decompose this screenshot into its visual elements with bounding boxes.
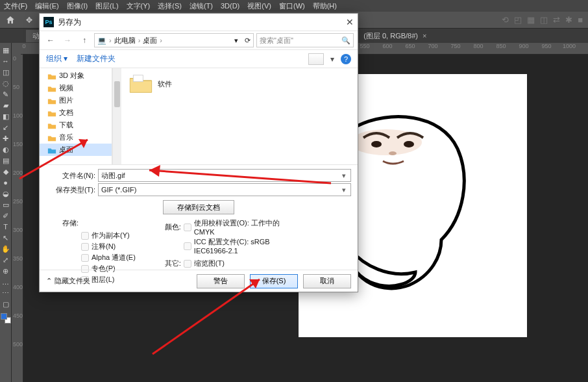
tree-item-5[interactable]: 音乐 [40,131,112,144]
cancel-button[interactable]: 取消 [303,274,351,288]
tree-item-1[interactable]: 视频 [40,82,112,94]
storage-check-2[interactable] [81,254,89,262]
filename-input[interactable]: 动图.gif ▾ [98,169,351,182]
save-to-cloud-button[interactable]: 存储到云文档 [163,200,234,214]
tree-item-0[interactable]: 3D 对象 [40,70,112,82]
menu-file[interactable]: 文件(F) [4,1,27,11]
folder-icon [47,97,56,105]
new-folder-button[interactable]: 新建文件夹 [77,53,116,64]
tool-button[interactable]: ◐ [1,145,10,154]
opt-icon[interactable]: ▦ [527,15,535,25]
tool-button[interactable]: ◒ [1,189,10,198]
breadcrumb-item[interactable]: 桌面 [143,36,157,45]
tool-button[interactable]: ↙ [1,123,10,132]
menu-filter[interactable]: 滤镜(T) [190,1,213,11]
search-input[interactable]: 搜索"桌面" 🔍 [256,33,354,47]
ruler-tick: 200 [13,170,23,176]
tool-button[interactable]: ✋ [1,244,10,253]
tool-button[interactable]: ◆ [1,167,10,176]
opt-icon[interactable]: ⟲ [502,15,509,25]
tool-button[interactable]: ⋯ [1,288,10,298]
opt-icon[interactable]: ✱ [565,15,572,25]
tool-button[interactable]: … [1,277,10,286]
breadcrumb[interactable]: 💻 › 此电脑 › 桌面 › ▾ ⟳ [94,33,254,47]
folder-icon [47,146,56,154]
forward-button[interactable]: → [60,33,75,47]
menu-help[interactable]: 帮助(H) [313,1,337,11]
tool-button[interactable]: ▰ [1,101,10,110]
back-button[interactable]: ← [43,33,58,47]
up-button[interactable]: ↑ [77,33,92,47]
view-mode-button[interactable] [308,53,324,65]
tool-button[interactable]: ● [1,178,10,187]
tool-button[interactable]: ◧ [1,112,10,121]
tool-button[interactable]: ▤ [1,156,10,165]
breadcrumb-item[interactable]: 此电脑 [114,36,136,45]
menu-window[interactable]: 窗口(W) [279,1,305,11]
close-tab-icon[interactable]: × [423,32,426,40]
ruler-tick: 1000 [563,43,576,49]
folder-icon [47,72,56,80]
file-list-pane[interactable]: 软件 [121,68,358,164]
opt-icon[interactable]: ◰ [514,15,522,25]
tree-item-3[interactable]: 文档 [40,107,112,119]
home-icon[interactable] [4,14,17,27]
file-item-folder[interactable]: 软件 [128,72,351,96]
tool-button[interactable]: ▢ [1,299,10,309]
move-tool-icon[interactable]: ✥ [26,16,32,25]
tool-button[interactable]: ⊕ [1,266,10,275]
dialog-nav-bar: ← → ↑ 💻 › 此电脑 › 桌面 › ▾ ⟳ 搜索"桌面" 🔍 [40,31,358,50]
tool-button[interactable]: ✐ [1,211,10,220]
chevron-down-icon[interactable]: ▾ [339,185,349,194]
tree-scrollbar[interactable] [112,68,121,164]
pc-icon: 💻 [97,36,106,45]
storage-check-1[interactable] [81,243,89,251]
breadcrumb-dropdown-icon[interactable]: ▾ [234,36,238,45]
hide-folders-toggle[interactable]: ⌃ 隐藏文件夹 [46,276,90,286]
tool-button[interactable]: ✎ [1,90,10,99]
help-icon[interactable]: ? [341,54,351,64]
filetype-select[interactable]: GIF (*.GIF) ▾ [98,183,351,196]
tool-button[interactable]: ◌ [1,79,10,88]
tool-button[interactable]: ◫ [1,68,10,77]
menu-image[interactable]: 图像(I) [67,1,88,11]
view-dropdown-icon[interactable]: ▾ [330,55,334,64]
menu-edit[interactable]: 编辑(E) [35,1,59,11]
menu-3d[interactable]: 3D(D) [221,2,239,10]
ruler-tick: 800 [473,43,483,49]
folder-tree[interactable]: 3D 对象视频图片文档下载音乐桌面 [40,68,112,164]
other-check-0[interactable] [184,260,191,268]
color-check-1[interactable] [184,242,191,250]
tool-button[interactable]: ▦ [1,45,10,55]
file-item-label: 软件 [158,79,172,89]
tree-item-4[interactable]: 下载 [40,119,112,131]
chevron-down-icon[interactable]: ▾ [339,171,349,180]
save-button[interactable]: 保存(S) [250,274,298,288]
opt-icon[interactable]: ◫ [540,15,548,25]
tool-button[interactable]: ⤢ [1,255,10,264]
ruler-tick: 300 [13,227,23,233]
tree-item-6[interactable]: 桌面 [40,144,112,156]
refresh-icon[interactable]: ⟳ [245,36,251,45]
menu-layer[interactable]: 图层(L) [95,1,118,11]
color-check-0[interactable] [184,223,191,231]
menu-select[interactable]: 选择(S) [158,1,182,11]
warning-button[interactable]: 警告 [197,274,245,288]
opt-icon[interactable]: ■ [578,15,583,25]
organize-button[interactable]: 组织 ▾ [46,53,67,64]
ruler-tick: 400 [13,284,23,290]
storage-check-0[interactable] [81,232,89,240]
tool-button[interactable]: ✚ [1,134,10,143]
tool-button[interactable]: ▭ [1,200,10,209]
close-icon[interactable]: ✕ [346,17,354,27]
fg-bg-swatch[interactable] [1,313,11,324]
tool-button[interactable]: ↖ [1,233,10,242]
opt-icon[interactable]: ⇄ [553,15,560,25]
menu-view[interactable]: 视图(V) [247,1,271,11]
tree-item-2[interactable]: 图片 [40,94,112,107]
tool-button[interactable]: T [1,222,10,231]
dialog-titlebar[interactable]: Ps 另存为 ✕ [40,14,358,31]
tool-button[interactable]: ↔ [1,57,10,66]
menu-type[interactable]: 文字(Y) [127,1,151,11]
app-menu-bar[interactable]: 文件(F) 编辑(E) 图像(I) 图层(L) 文字(Y) 选择(S) 滤镜(T… [0,0,588,12]
